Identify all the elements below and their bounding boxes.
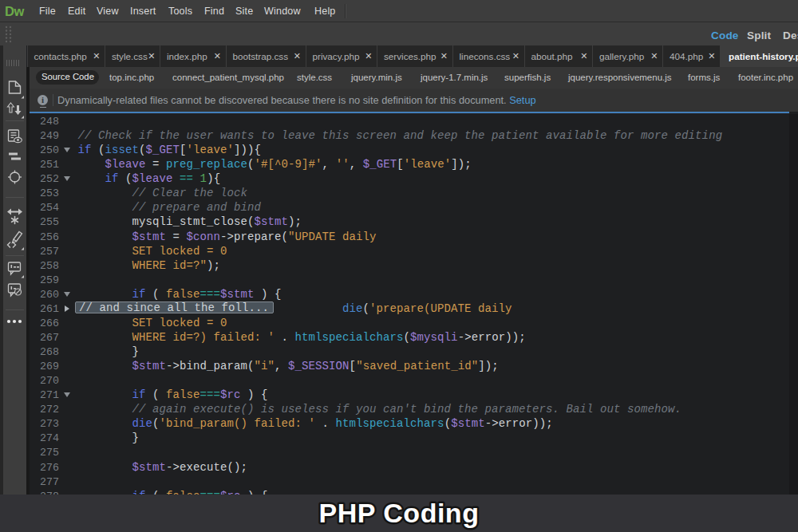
svg-text:PHP Coding: PHP Coding <box>319 498 480 528</box>
